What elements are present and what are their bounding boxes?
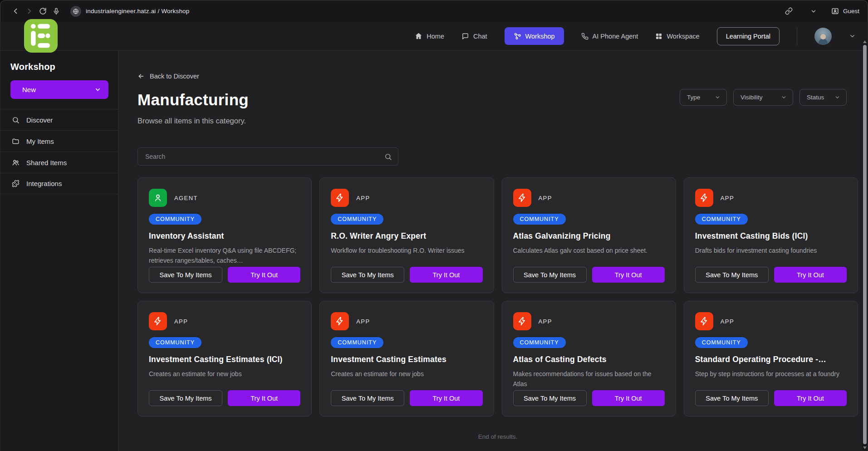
save-to-my-items-button[interactable]: Save To My Items bbox=[331, 267, 404, 283]
page-scrollbar[interactable] bbox=[862, 39, 868, 451]
card-head: APP bbox=[695, 189, 847, 207]
item-title: Investment Casting Estimates (ICI) bbox=[149, 355, 300, 364]
browser-chrome: industrialengineer.hatz.ai / Workshop Gu… bbox=[0, 0, 868, 22]
nav-item-ai-phone-agent[interactable]: AI Phone Agent bbox=[581, 33, 638, 40]
nav-item-workspace[interactable]: Workspace bbox=[655, 33, 699, 40]
sidebar-item-discover[interactable]: Discover bbox=[0, 109, 118, 130]
item-type-label: AGENT bbox=[174, 195, 198, 201]
save-to-my-items-button[interactable]: Save To My Items bbox=[149, 390, 222, 406]
item-description: Step by step instructions for processes … bbox=[695, 369, 847, 379]
app-bolt-icon bbox=[331, 189, 349, 207]
scrollbar-up-arrow-icon[interactable] bbox=[863, 40, 867, 43]
nav-label: Workshop bbox=[525, 33, 555, 40]
chrome-chevron-down-icon[interactable] bbox=[807, 5, 820, 18]
type-filter-dropdown[interactable]: Type bbox=[680, 89, 727, 106]
try-it-out-button[interactable]: Try It Out bbox=[410, 390, 482, 406]
visibility-filter-dropdown[interactable]: Visibility bbox=[733, 89, 793, 106]
sidebar-item-label: Discover bbox=[26, 116, 53, 124]
item-card: APPCOMMUNITYR.O. Writer Angry ExpertWork… bbox=[319, 177, 494, 293]
save-to-my-items-button[interactable]: Save To My Items bbox=[513, 267, 587, 283]
search-input[interactable] bbox=[144, 152, 384, 161]
avatar-chevron-down-icon[interactable] bbox=[849, 33, 856, 39]
community-badge: COMMUNITY bbox=[695, 214, 748, 225]
chevron-down-icon bbox=[834, 94, 840, 100]
home-icon bbox=[415, 32, 422, 40]
try-it-out-button[interactable]: Try It Out bbox=[410, 267, 482, 283]
scrollbar-thumb[interactable] bbox=[863, 45, 867, 444]
community-badge: COMMUNITY bbox=[513, 214, 566, 225]
nav-item-home[interactable]: Home bbox=[415, 32, 444, 40]
try-it-out-button[interactable]: Try It Out bbox=[774, 267, 847, 283]
microphone-icon[interactable] bbox=[49, 5, 63, 18]
new-button[interactable]: New bbox=[10, 80, 108, 99]
item-title: R.O. Writer Angry Expert bbox=[331, 231, 482, 241]
try-it-out-button[interactable]: Try It Out bbox=[592, 267, 665, 283]
try-it-out-button[interactable]: Try It Out bbox=[228, 390, 300, 406]
item-title: Atlas of Casting Defects bbox=[513, 355, 665, 364]
card-head: APP bbox=[513, 189, 665, 207]
save-to-my-items-button[interactable]: Save To My Items bbox=[695, 267, 769, 283]
item-title: Standard Operating Procedure -… bbox=[695, 355, 847, 364]
try-it-out-button[interactable]: Try It Out bbox=[774, 390, 847, 406]
app-bolt-icon bbox=[149, 312, 167, 330]
item-title: Inventory Assistant bbox=[149, 231, 300, 241]
browser-forward-button[interactable] bbox=[22, 5, 36, 18]
save-to-my-items-button[interactable]: Save To My Items bbox=[695, 390, 769, 406]
item-type-label: APP bbox=[721, 318, 734, 325]
nav-label: AI Phone Agent bbox=[593, 33, 638, 40]
card-actions: Save To My ItemsTry It Out bbox=[331, 267, 482, 283]
sidebar-item-integrations[interactable]: Integrations bbox=[0, 173, 118, 194]
filter-label: Visibility bbox=[740, 94, 763, 101]
item-card: APPCOMMUNITYAtlas Galvanizing PricingCal… bbox=[502, 177, 676, 293]
guest-profile-button[interactable]: Guest bbox=[831, 7, 859, 15]
puzzle-icon bbox=[12, 180, 20, 187]
item-title: Investment Casting Bids (ICI) bbox=[695, 231, 847, 241]
save-to-my-items-button[interactable]: Save To My Items bbox=[513, 390, 587, 406]
item-type-label: APP bbox=[539, 195, 552, 201]
community-badge: COMMUNITY bbox=[149, 337, 201, 348]
avatar[interactable] bbox=[814, 28, 832, 45]
back-to-discover-link[interactable]: Back to Discover bbox=[137, 73, 199, 80]
search-box[interactable] bbox=[137, 147, 398, 166]
folder-icon bbox=[12, 137, 20, 145]
save-to-my-items-button[interactable]: Save To My Items bbox=[331, 390, 404, 406]
browser-back-button[interactable] bbox=[9, 5, 22, 18]
guest-label: Guest bbox=[843, 8, 859, 15]
nav-item-chat[interactable]: Chat bbox=[461, 32, 487, 40]
nav-item-workshop[interactable]: Workshop bbox=[505, 27, 564, 45]
address-bar[interactable]: industrialengineer.hatz.ai / Workshop bbox=[70, 6, 190, 17]
sidebar-item-my-items[interactable]: My Items bbox=[0, 130, 118, 152]
main-content: Back to Discover Type Visibility Status … bbox=[118, 51, 868, 451]
status-filter-dropdown[interactable]: Status bbox=[799, 89, 847, 106]
items-grid: AGENTCOMMUNITYInventory AssistantReal-ti… bbox=[137, 177, 858, 417]
item-description: Workflow for troubleshooting R.O. Writer… bbox=[331, 246, 482, 256]
card-actions: Save To My ItemsTry It Out bbox=[149, 267, 300, 283]
chevron-down-icon bbox=[715, 94, 721, 100]
try-it-out-button[interactable]: Try It Out bbox=[228, 267, 300, 283]
item-type-label: APP bbox=[356, 195, 370, 201]
end-of-results-text: End of results. bbox=[137, 433, 858, 440]
item-card: APPCOMMUNITYInvestment Casting Bids (ICI… bbox=[684, 177, 858, 293]
item-card: APPCOMMUNITYAtlas of Casting DefectsMake… bbox=[502, 301, 676, 417]
item-card: APPCOMMUNITYStandard Operating Procedure… bbox=[684, 301, 858, 417]
back-link-label: Back to Discover bbox=[150, 73, 199, 80]
sidebar-item-shared-items[interactable]: Shared Items bbox=[0, 152, 118, 173]
sidebar-item-label: Shared Items bbox=[26, 159, 67, 167]
app-bolt-icon bbox=[513, 312, 531, 330]
community-badge: COMMUNITY bbox=[513, 337, 566, 348]
item-title: Atlas Galvanizing Pricing bbox=[513, 231, 665, 241]
card-head: APP bbox=[149, 312, 300, 330]
app-navbar: Home Chat Workshop AI Phone Agent Worksp… bbox=[0, 22, 868, 51]
scrollbar-down-arrow-icon[interactable] bbox=[863, 446, 867, 449]
try-it-out-button[interactable]: Try It Out bbox=[592, 390, 665, 406]
sidebar-item-label: Integrations bbox=[26, 180, 62, 187]
nav-label: Chat bbox=[473, 33, 487, 40]
save-to-my-items-button[interactable]: Save To My Items bbox=[149, 267, 222, 283]
share-link-icon[interactable] bbox=[782, 5, 796, 18]
card-actions: Save To My ItemsTry It Out bbox=[695, 390, 847, 406]
filter-label: Status bbox=[807, 94, 824, 101]
learning-portal-button[interactable]: Learning Portal bbox=[717, 27, 780, 45]
nav-divider bbox=[797, 27, 797, 46]
item-title: Investment Casting Estimates bbox=[331, 355, 482, 364]
browser-reload-button[interactable] bbox=[36, 5, 49, 18]
